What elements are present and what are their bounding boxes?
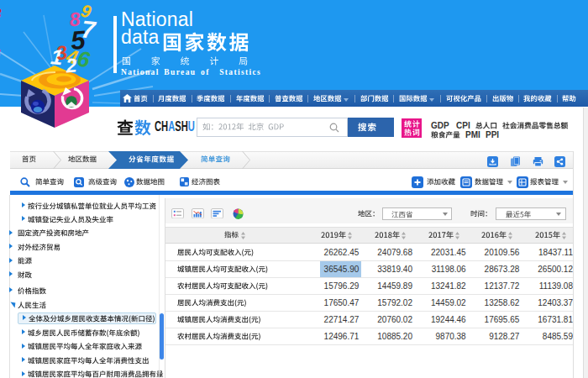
svg-text:2: 2	[64, 54, 77, 76]
svg-text:3: 3	[0, 46, 1, 60]
svg-text:8: 8	[0, 6, 2, 22]
